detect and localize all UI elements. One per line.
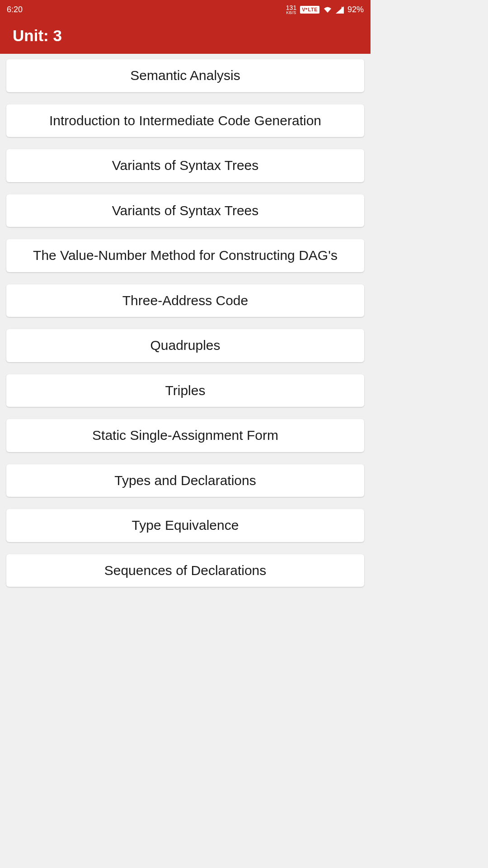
battery-level: 92%	[347, 5, 364, 14]
wifi-icon	[323, 6, 332, 14]
app-header: Unit: 3	[0, 19, 371, 54]
topic-item[interactable]: Three-Address Code	[6, 284, 364, 317]
status-right: 131 KB/S VᵒLTE x 92%	[286, 5, 364, 15]
signal-icon: x	[336, 6, 344, 14]
topic-item[interactable]: Type Equivalence	[6, 509, 364, 542]
topic-item[interactable]: Types and Declarations	[6, 464, 364, 497]
status-time: 6:20	[7, 5, 23, 14]
topic-item[interactable]: Triples	[6, 374, 364, 407]
topic-item[interactable]: Introduction to Intermediate Code Genera…	[6, 104, 364, 137]
topic-item[interactable]: Semantic Analysis	[6, 59, 364, 92]
topic-item[interactable]: Sequences of Declarations	[6, 554, 364, 587]
topic-item[interactable]: Variants of Syntax Trees	[6, 194, 364, 227]
topic-item[interactable]: Variants of Syntax Trees	[6, 149, 364, 182]
svg-text:x: x	[341, 6, 343, 9]
topics-list[interactable]: Semantic Analysis Introduction to Interm…	[0, 54, 371, 660]
data-rate-unit: KB/S	[286, 11, 296, 15]
topic-item[interactable]: Quadruples	[6, 329, 364, 362]
data-rate-value: 131	[286, 5, 296, 11]
data-rate-indicator: 131 KB/S	[286, 5, 296, 15]
status-bar: 6:20 131 KB/S VᵒLTE x 92%	[0, 0, 371, 19]
volte-icon: VᵒLTE	[300, 6, 319, 14]
topic-item[interactable]: The Value-Number Method for Constructing…	[6, 239, 364, 272]
topic-item[interactable]: Static Single-Assignment Form	[6, 419, 364, 452]
page-title: Unit: 3	[13, 27, 358, 45]
